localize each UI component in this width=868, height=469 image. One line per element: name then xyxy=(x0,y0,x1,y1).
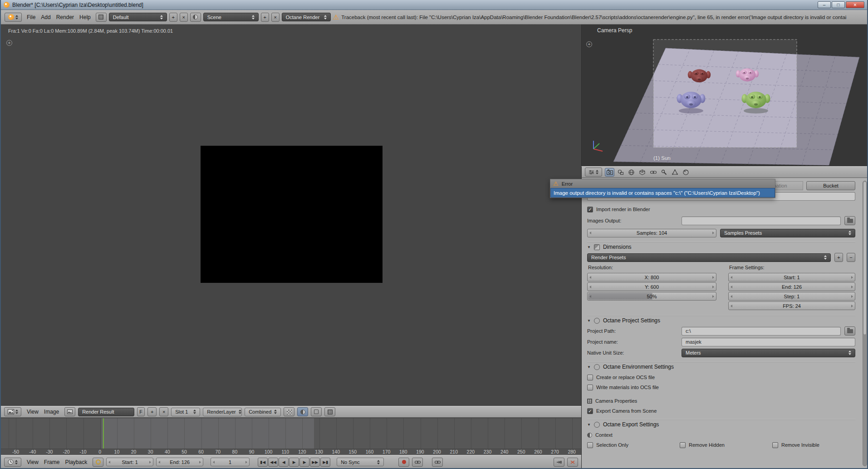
environment-settings-panel-header[interactable]: ▼ Octane Environment Settings xyxy=(587,362,855,371)
tab-data[interactable] xyxy=(670,168,680,177)
import-render-checkbox[interactable]: ✓ xyxy=(587,207,593,212)
resolution-x-field[interactable]: X: 800 xyxy=(587,273,716,281)
delete-scene-button[interactable]: × xyxy=(271,13,280,22)
color-management-button[interactable] xyxy=(311,407,322,416)
info-editor-type-button[interactable] xyxy=(5,13,22,22)
auto-keyframe-toggle[interactable] xyxy=(93,458,103,467)
scene-selector[interactable]: Scene xyxy=(203,13,259,21)
frame-end-field[interactable]: End: 126 xyxy=(728,282,855,291)
properties-editor-type-button[interactable] xyxy=(585,168,602,177)
minimize-button[interactable]: – xyxy=(818,1,831,8)
export-camera-checkbox[interactable]: ✓ xyxy=(587,408,593,414)
frame-step-field[interactable]: Step: 1 xyxy=(728,292,855,301)
write-materials-checkbox[interactable] xyxy=(587,385,593,390)
scopes-button[interactable] xyxy=(324,407,335,416)
samples-slider[interactable]: Samples: 104 xyxy=(587,229,716,237)
render-engine-selector[interactable]: Octane Render xyxy=(282,13,331,21)
tab-world[interactable] xyxy=(627,168,636,177)
bucket-button[interactable]: Bucket xyxy=(806,181,855,190)
image-editor-canvas[interactable]: Fra:1 Ve:0 Fa:0 La:0 Mem:100.89M (2.84M,… xyxy=(1,25,581,406)
add-layout-button[interactable]: + xyxy=(169,13,177,22)
maximize-button[interactable]: □ xyxy=(832,1,845,8)
tab-constraints[interactable] xyxy=(648,168,658,177)
render-pass-dropdown[interactable]: Combined xyxy=(245,408,281,416)
images-output-browse-button[interactable] xyxy=(844,216,855,225)
prev-frame-button[interactable]: ◀ xyxy=(279,458,289,467)
screen-layout-selector[interactable]: Default xyxy=(109,13,167,21)
fake-user-button[interactable]: F xyxy=(137,407,145,416)
delete-keyframe-button[interactable] xyxy=(567,458,578,467)
timeline-editor[interactable]: -50-40-30-20-100102030405060708090100110… xyxy=(1,418,581,455)
sync-mode-dropdown[interactable]: No Sync xyxy=(337,458,384,466)
next-keyframe-button[interactable]: ▶▶ xyxy=(310,458,320,467)
goto-start-button[interactable]: ▮◀ xyxy=(258,458,268,467)
error-message[interactable]: Image output directory is invalid or con… xyxy=(550,188,775,197)
tab-object[interactable] xyxy=(638,168,647,177)
export-settings-panel-header[interactable]: ▼ Octane Export Settings xyxy=(587,420,855,429)
resolution-y-field[interactable]: Y: 600 xyxy=(587,282,716,291)
menu-item-2[interactable]: Render xyxy=(54,13,77,21)
timeline-editor-type-button[interactable] xyxy=(4,458,21,467)
end-frame-field[interactable]: End: 126 xyxy=(156,458,203,466)
selection-only-checkbox[interactable] xyxy=(587,442,593,448)
project-settings-panel-header[interactable]: ▼ Octane Project Settings xyxy=(587,316,855,325)
menu-item-0[interactable]: File xyxy=(24,13,38,21)
new-image-button[interactable]: + xyxy=(147,407,157,416)
titlebar[interactable]: Blender* [C:\Users\Cyprian Iza\Desktop\u… xyxy=(1,0,867,10)
scene-browse-button[interactable] xyxy=(190,13,201,22)
current-frame-field[interactable]: 1 xyxy=(211,458,250,466)
render-presets-dropdown[interactable]: Render Presets xyxy=(587,253,831,262)
prev-keyframe-button[interactable]: ◀◀ xyxy=(268,458,278,467)
alpha-checker-button[interactable] xyxy=(284,407,294,416)
image-editor-type-button[interactable] xyxy=(4,407,21,416)
close-button[interactable]: × xyxy=(846,1,864,8)
display-channels-button[interactable] xyxy=(297,407,308,416)
next-frame-button[interactable]: ▶ xyxy=(299,458,309,467)
keying-set-link-button[interactable] xyxy=(412,458,423,467)
frame-start-field[interactable]: Start: 1 xyxy=(728,273,855,281)
add-scene-button[interactable]: + xyxy=(261,13,269,22)
project-path-field[interactable]: c:\ xyxy=(682,327,841,336)
unlink-image-button[interactable]: × xyxy=(159,407,168,416)
remove-hidden-checkbox[interactable] xyxy=(680,442,686,448)
image-menu-item-0[interactable]: View xyxy=(24,408,41,416)
timeline-menu-item-2[interactable]: Playback xyxy=(62,458,90,466)
render-layer-dropdown[interactable]: RenderLayer xyxy=(203,408,242,416)
timeline-menu-item-0[interactable]: View xyxy=(24,458,41,466)
project-name-field[interactable]: masjek xyxy=(682,338,855,346)
timeline-menu-item-1[interactable]: Frame xyxy=(41,458,63,466)
tab-modifiers[interactable] xyxy=(659,168,669,177)
start-frame-field[interactable]: Start: 1 xyxy=(106,458,153,466)
keying-set-active-button[interactable] xyxy=(432,458,443,467)
scrollbar-thumb[interactable] xyxy=(863,181,867,335)
insert-keyframe-button[interactable] xyxy=(554,458,564,467)
current-frame-indicator[interactable] xyxy=(103,418,104,449)
unit-size-dropdown[interactable]: Meters xyxy=(682,349,855,357)
remove-preset-button[interactable]: − xyxy=(847,253,855,262)
project-path-browse-button[interactable] xyxy=(844,326,855,336)
tab-material[interactable] xyxy=(681,168,691,177)
goto-end-button[interactable]: ▶▮ xyxy=(320,458,330,467)
screen-layout-browse-button[interactable] xyxy=(96,13,107,22)
menu-item-3[interactable]: Help xyxy=(77,13,93,21)
viewport-3d[interactable]: Camera Persp (1) Sun + xyxy=(581,25,868,166)
remove-invisible-checkbox[interactable] xyxy=(772,442,778,448)
resolution-percentage-slider[interactable]: 50% xyxy=(587,292,716,301)
play-button[interactable]: ▶ xyxy=(289,458,299,467)
menu-item-1[interactable]: Add xyxy=(38,13,53,21)
camera-properties-icon[interactable] xyxy=(587,399,592,404)
image-name-field[interactable]: Render Result xyxy=(78,408,134,416)
create-ocs-checkbox[interactable] xyxy=(587,375,593,380)
slot-dropdown[interactable]: Slot 1 xyxy=(171,408,200,416)
tab-scene[interactable] xyxy=(616,168,625,177)
image-browse-button[interactable] xyxy=(64,407,75,416)
image-menu-item-1[interactable]: Image xyxy=(41,408,62,416)
delete-layout-button[interactable]: × xyxy=(180,13,188,22)
fps-field[interactable]: FPS: 24 xyxy=(728,301,855,310)
samples-presets-dropdown[interactable]: Samples Presets xyxy=(720,229,855,237)
record-button[interactable] xyxy=(398,458,409,467)
add-preset-button[interactable]: + xyxy=(834,253,843,262)
dimensions-panel-header[interactable]: ▼ Dimensions xyxy=(587,242,855,252)
images-output-field[interactable] xyxy=(682,217,841,225)
tab-render[interactable] xyxy=(605,168,614,177)
